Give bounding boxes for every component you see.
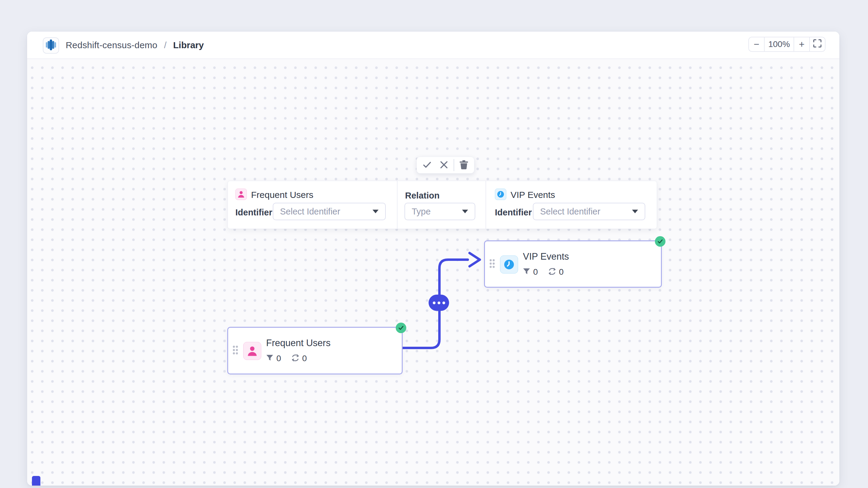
zoom-in-button[interactable]: + xyxy=(794,37,809,51)
edge-options-button[interactable] xyxy=(429,295,449,311)
zoom-level: 100% xyxy=(764,37,794,51)
relation-type-select-value: Type xyxy=(412,207,458,217)
edge-toolbar xyxy=(416,157,474,173)
clock-icon xyxy=(495,189,506,200)
confirm-button[interactable] xyxy=(418,158,435,172)
person-icon xyxy=(236,189,247,200)
relation-label: Relation xyxy=(405,191,439,201)
redshift-database-icon xyxy=(46,39,56,52)
breadcrumb-separator: / xyxy=(162,40,168,50)
chevron-down-icon xyxy=(632,210,638,213)
ellipsis-dot xyxy=(438,301,440,304)
node-vip-events[interactable]: VIP Events 0 0 xyxy=(484,240,662,288)
check-icon xyxy=(423,160,432,170)
person-icon xyxy=(243,342,261,360)
relation-panel: Frequent Users Identifier Select Identif… xyxy=(227,181,657,229)
panel-divider xyxy=(486,181,486,229)
panel-left-title: Frequent Users xyxy=(251,190,313,200)
drag-handle-icon[interactable] xyxy=(233,346,238,356)
node-stats: 0 0 xyxy=(523,267,564,277)
ellipsis-dot xyxy=(433,301,435,304)
node-title: Frequent Users xyxy=(266,338,331,349)
filter-count: 0 xyxy=(276,354,281,363)
node-title: VIP Events xyxy=(523,251,569,262)
drag-handle-icon[interactable] xyxy=(490,259,495,269)
panel-right-identifier-label: Identifier xyxy=(495,207,532,218)
header-bar: Redshift-census-demo / Library − 100% + xyxy=(27,32,839,59)
sync-icon xyxy=(291,354,299,363)
filter-icon xyxy=(266,354,273,363)
zoom-out-button[interactable]: − xyxy=(749,37,764,51)
sync-count: 0 xyxy=(559,267,564,277)
filter-icon xyxy=(523,268,530,276)
sync-icon xyxy=(548,268,556,276)
scroll-indicator[interactable] xyxy=(32,476,40,486)
relation-type-select[interactable]: Type xyxy=(404,203,475,220)
panel-right-title: VIP Events xyxy=(510,190,555,200)
status-badge-valid xyxy=(655,236,665,247)
x-icon xyxy=(440,161,448,170)
chevron-down-icon xyxy=(462,210,468,213)
delete-edge-button[interactable] xyxy=(456,158,472,172)
node-stats: 0 0 xyxy=(266,354,307,363)
fullscreen-button[interactable] xyxy=(809,37,825,51)
workspace-logo[interactable] xyxy=(43,37,59,54)
clock-icon xyxy=(500,255,518,273)
left-identifier-select[interactable]: Select Identifier xyxy=(273,203,386,220)
trash-icon xyxy=(460,160,468,170)
model-canvas[interactable]: Frequent Users Identifier Select Identif… xyxy=(27,59,839,486)
fullscreen-icon xyxy=(813,39,822,50)
toolbar-divider xyxy=(454,159,454,171)
right-identifier-select-value: Select Identifier xyxy=(540,207,628,217)
breadcrumb-project[interactable]: Redshift-census-demo xyxy=(66,40,157,50)
relation-edge[interactable] xyxy=(398,228,494,360)
panel-left-identifier-label: Identifier xyxy=(236,207,272,218)
breadcrumb-page-library[interactable]: Library xyxy=(173,40,204,50)
node-frequent-users[interactable]: Frequent Users 0 0 xyxy=(227,327,403,375)
filter-count: 0 xyxy=(533,267,538,277)
cancel-button[interactable] xyxy=(435,158,453,172)
edge-arrowhead xyxy=(470,253,480,266)
breadcrumb: Redshift-census-demo / Library xyxy=(66,32,204,59)
zoom-controls: − 100% + xyxy=(748,37,826,52)
panel-divider xyxy=(397,181,398,229)
left-identifier-select-value: Select Identifier xyxy=(280,207,368,217)
right-identifier-select[interactable]: Select Identifier xyxy=(533,203,645,220)
sync-count: 0 xyxy=(302,354,307,363)
ellipsis-dot xyxy=(442,301,445,304)
status-badge-valid xyxy=(396,323,406,333)
chevron-down-icon xyxy=(373,210,378,213)
app-window: Redshift-census-demo / Library − 100% + xyxy=(27,32,839,486)
